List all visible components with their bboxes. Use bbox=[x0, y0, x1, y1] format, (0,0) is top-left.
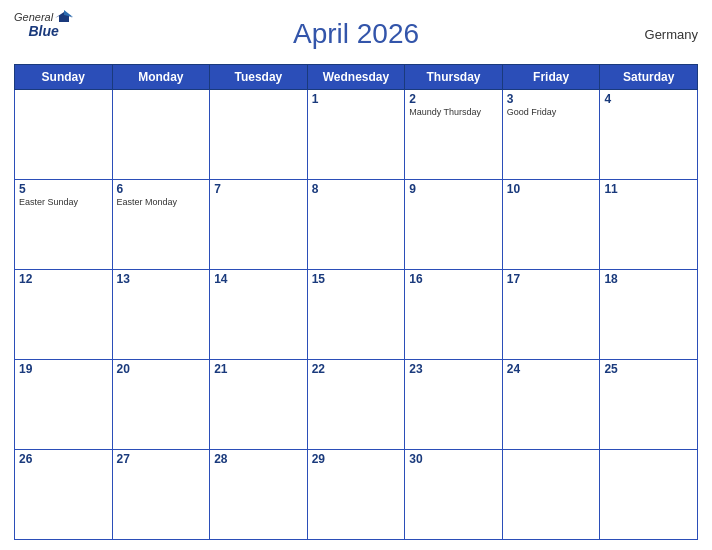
day-number: 6 bbox=[117, 182, 206, 196]
day-number: 28 bbox=[214, 452, 303, 466]
calendar-table: Sunday Monday Tuesday Wednesday Thursday… bbox=[14, 64, 698, 540]
day-cell: 11 bbox=[600, 180, 698, 270]
day-cell: 13 bbox=[112, 270, 210, 360]
day-cell: 1 bbox=[307, 90, 405, 180]
day-number: 22 bbox=[312, 362, 401, 376]
day-number: 7 bbox=[214, 182, 303, 196]
day-cell bbox=[502, 450, 600, 540]
day-cell: 24 bbox=[502, 360, 600, 450]
header-tuesday: Tuesday bbox=[210, 65, 308, 90]
day-cell: 28 bbox=[210, 450, 308, 540]
day-cell bbox=[210, 90, 308, 180]
day-cell: 29 bbox=[307, 450, 405, 540]
day-cell: 22 bbox=[307, 360, 405, 450]
day-number: 16 bbox=[409, 272, 498, 286]
day-cell: 5Easter Sunday bbox=[15, 180, 113, 270]
day-cell: 4 bbox=[600, 90, 698, 180]
day-event: Good Friday bbox=[507, 107, 596, 117]
day-cell: 19 bbox=[15, 360, 113, 450]
logo-blue-text: Blue bbox=[28, 24, 58, 38]
header-wednesday: Wednesday bbox=[307, 65, 405, 90]
day-cell: 16 bbox=[405, 270, 503, 360]
day-number: 11 bbox=[604, 182, 693, 196]
day-cell: 17 bbox=[502, 270, 600, 360]
day-number: 9 bbox=[409, 182, 498, 196]
day-number: 21 bbox=[214, 362, 303, 376]
day-cell bbox=[15, 90, 113, 180]
header-friday: Friday bbox=[502, 65, 600, 90]
day-number: 2 bbox=[409, 92, 498, 106]
header-sunday: Sunday bbox=[15, 65, 113, 90]
day-number: 14 bbox=[214, 272, 303, 286]
day-cell: 23 bbox=[405, 360, 503, 450]
logo-bird-icon bbox=[55, 10, 73, 24]
day-cell: 8 bbox=[307, 180, 405, 270]
day-cell: 2Maundy Thursday bbox=[405, 90, 503, 180]
country-label: Germany bbox=[645, 27, 698, 42]
day-cell: 15 bbox=[307, 270, 405, 360]
day-cell: 20 bbox=[112, 360, 210, 450]
weekday-header-row: Sunday Monday Tuesday Wednesday Thursday… bbox=[15, 65, 698, 90]
header-monday: Monday bbox=[112, 65, 210, 90]
day-number: 4 bbox=[604, 92, 693, 106]
day-number: 3 bbox=[507, 92, 596, 106]
calendar-page: General Blue April 2026 Germany Sunday M… bbox=[0, 0, 712, 550]
day-cell: 21 bbox=[210, 360, 308, 450]
day-number: 10 bbox=[507, 182, 596, 196]
day-event: Easter Sunday bbox=[19, 197, 108, 207]
day-cell: 18 bbox=[600, 270, 698, 360]
day-number: 18 bbox=[604, 272, 693, 286]
day-number: 26 bbox=[19, 452, 108, 466]
day-number: 25 bbox=[604, 362, 693, 376]
day-cell: 7 bbox=[210, 180, 308, 270]
day-cell: 27 bbox=[112, 450, 210, 540]
day-number: 15 bbox=[312, 272, 401, 286]
calendar-header: General Blue April 2026 Germany bbox=[14, 10, 698, 58]
day-cell: 25 bbox=[600, 360, 698, 450]
day-cell: 9 bbox=[405, 180, 503, 270]
day-number: 23 bbox=[409, 362, 498, 376]
day-cell: 30 bbox=[405, 450, 503, 540]
day-cell: 3Good Friday bbox=[502, 90, 600, 180]
day-number: 13 bbox=[117, 272, 206, 286]
day-number: 30 bbox=[409, 452, 498, 466]
week-row-4: 19202122232425 bbox=[15, 360, 698, 450]
day-number: 27 bbox=[117, 452, 206, 466]
day-event: Easter Monday bbox=[117, 197, 206, 207]
day-number: 1 bbox=[312, 92, 401, 106]
week-row-2: 5Easter Sunday6Easter Monday7891011 bbox=[15, 180, 698, 270]
week-row-3: 12131415161718 bbox=[15, 270, 698, 360]
day-event: Maundy Thursday bbox=[409, 107, 498, 117]
day-cell: 14 bbox=[210, 270, 308, 360]
day-cell: 6Easter Monday bbox=[112, 180, 210, 270]
day-number: 8 bbox=[312, 182, 401, 196]
day-number: 24 bbox=[507, 362, 596, 376]
day-number: 29 bbox=[312, 452, 401, 466]
day-number: 12 bbox=[19, 272, 108, 286]
week-row-1: 12Maundy Thursday3Good Friday4 bbox=[15, 90, 698, 180]
week-row-5: 2627282930 bbox=[15, 450, 698, 540]
day-cell: 12 bbox=[15, 270, 113, 360]
day-cell: 10 bbox=[502, 180, 600, 270]
day-cell bbox=[600, 450, 698, 540]
day-number: 5 bbox=[19, 182, 108, 196]
day-cell: 26 bbox=[15, 450, 113, 540]
calendar-body: 12Maundy Thursday3Good Friday45Easter Su… bbox=[15, 90, 698, 540]
calendar-title: April 2026 bbox=[293, 18, 419, 50]
day-number: 19 bbox=[19, 362, 108, 376]
day-number: 17 bbox=[507, 272, 596, 286]
header-saturday: Saturday bbox=[600, 65, 698, 90]
day-number: 20 bbox=[117, 362, 206, 376]
logo-general-text: General bbox=[14, 12, 53, 23]
logo: General Blue bbox=[14, 10, 73, 38]
day-cell bbox=[112, 90, 210, 180]
header-thursday: Thursday bbox=[405, 65, 503, 90]
